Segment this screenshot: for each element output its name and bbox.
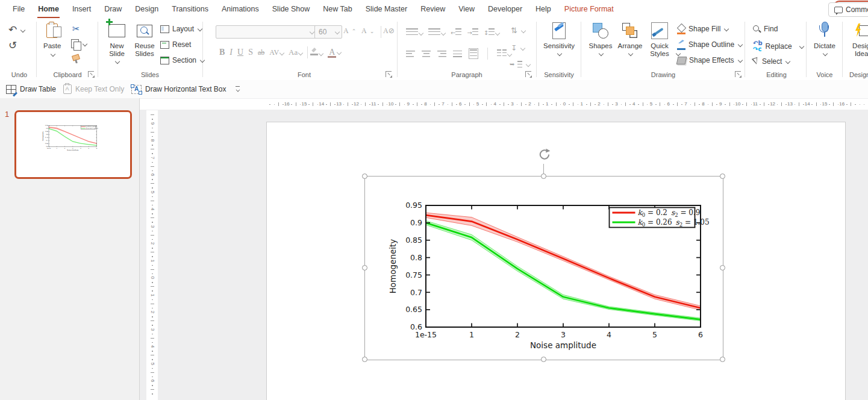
copy-button[interactable]	[71, 39, 87, 48]
section-icon	[160, 57, 169, 64]
reset-button[interactable]: Reset	[160, 40, 191, 49]
rotate-handle-icon[interactable]	[538, 148, 551, 161]
svg-text:0.9: 0.9	[46, 128, 48, 130]
strikethrough-button: ab	[255, 48, 267, 57]
new-slide-button[interactable]: New Slide	[104, 21, 130, 63]
selection-handle-w[interactable]	[362, 265, 367, 270]
tab-slide-show[interactable]: Slide Show	[266, 0, 317, 19]
quick-styles-label: Quick Styles	[646, 42, 673, 58]
draw-table-button[interactable]: Draw Table	[6, 80, 56, 98]
slides-group: New Slide Reuse Slides Layout Reset Sect…	[99, 19, 201, 80]
quick-styles-button[interactable]: Quick Styles	[646, 21, 673, 55]
tab-insert[interactable]: Insert	[66, 0, 98, 19]
shape-outline-button[interactable]: Shape Outline	[677, 40, 742, 49]
font-color-button: A	[328, 48, 336, 57]
reuse-slides-button[interactable]: Reuse Slides	[131, 21, 158, 58]
tab-help[interactable]: Help	[529, 0, 558, 19]
shapes-label: Shapes	[589, 42, 612, 50]
selection-bounding-box	[364, 176, 723, 360]
bullets-button	[406, 28, 423, 37]
reset-label: Reset	[172, 40, 191, 49]
shapes-button[interactable]: Shapes	[587, 21, 614, 55]
cut-button[interactable]: ✂	[72, 23, 80, 34]
tab-file[interactable]: File	[6, 0, 31, 19]
shapes-icon	[593, 23, 608, 39]
align-center-button	[422, 51, 431, 57]
layout-button[interactable]: Layout	[160, 25, 202, 33]
tab-draw[interactable]: Draw	[98, 0, 128, 19]
section-button[interactable]: Section	[160, 56, 204, 64]
paragraph-dialog-launcher[interactable]	[525, 71, 531, 77]
underline-button: U	[235, 48, 246, 57]
draw-horizontal-text-box-button[interactable]: Draw Horizontal Text Box	[131, 80, 226, 98]
bullets-icon	[406, 28, 418, 35]
arrange-button[interactable]: Arrange	[616, 21, 645, 55]
selection-handle-e[interactable]	[720, 265, 725, 270]
toolbar-overflow-button[interactable]	[235, 80, 241, 98]
tab-home[interactable]: Home	[31, 0, 66, 19]
tab-transitions[interactable]: Transitions	[165, 0, 215, 19]
change-case-label: Aa	[289, 48, 298, 57]
shape-outline-label: Shape Outline	[688, 40, 734, 49]
tab-developer[interactable]: Developer	[481, 0, 529, 19]
sensitivity-icon	[552, 22, 566, 39]
selection-handle-nw[interactable]	[362, 173, 367, 179]
shape-fill-button[interactable]: Shape Fill	[677, 25, 728, 33]
font-name-combobox	[216, 25, 317, 39]
selection-handle-se[interactable]	[720, 357, 725, 362]
numbering-button	[428, 28, 445, 37]
undo-icon: ↶	[8, 25, 17, 35]
format-painter-button[interactable]	[72, 55, 80, 63]
shape-effects-button[interactable]: Shape Effects	[677, 56, 742, 64]
font-dialog-launcher[interactable]	[386, 71, 392, 77]
font-group-label: Font	[212, 71, 396, 78]
find-button[interactable]: Find	[753, 25, 778, 33]
design-ideas-icon	[854, 23, 868, 38]
sensitivity-button[interactable]: Sensitivity	[540, 21, 578, 55]
sensitivity-group: Sensitivity Sensitivity	[537, 19, 581, 80]
layout-label: Layout	[172, 25, 194, 33]
select-icon	[753, 58, 759, 66]
find-label: Find	[764, 25, 778, 33]
dictate-button[interactable]: Dictate	[811, 21, 838, 55]
svg-text:0.75: 0.75	[45, 137, 48, 139]
redo-button[interactable]: ↺	[8, 40, 17, 51]
sensitivity-group-label: Sensitivity	[537, 71, 581, 78]
paragraph-group-label: Paragraph	[399, 71, 535, 78]
arrange-label: Arrange	[618, 42, 643, 50]
drawing-dialog-launcher[interactable]	[735, 71, 741, 77]
select-button[interactable]: Select	[753, 57, 790, 66]
drawing-group-label: Drawing	[582, 71, 745, 78]
tab-animations[interactable]: Animations	[215, 0, 266, 19]
comments-button[interactable]: Comments	[828, 2, 868, 17]
align-text-icon: ↧	[511, 44, 517, 52]
design-ideas-label: Design Ideas	[849, 42, 868, 58]
decrease-indent-button: ←	[451, 28, 461, 37]
undo-button[interactable]: ↶	[8, 25, 25, 35]
svg-text:0.8: 0.8	[46, 134, 48, 136]
selection-handle-n[interactable]	[541, 173, 546, 179]
convert-smartart-button: ➥	[510, 61, 530, 67]
selection-handle-ne[interactable]	[720, 173, 725, 179]
shape-fill-icon	[677, 25, 685, 33]
selection-handle-sw[interactable]	[362, 357, 367, 362]
tab-picture-format[interactable]: Picture Format	[558, 0, 620, 19]
clipboard-dialog-launcher[interactable]	[88, 71, 94, 77]
voice-group-label: Voice	[807, 71, 842, 78]
tab-view[interactable]: View	[452, 0, 481, 19]
tab-slide-master[interactable]: Slide Master	[359, 0, 414, 19]
replace-button[interactable]: ↶b↷cReplace	[753, 40, 804, 52]
tab-design[interactable]: Design	[128, 0, 165, 19]
font-group: 60 A⌃ A⌄ A⊘ B I U S ab AV Aa A Font	[212, 19, 396, 80]
tab-new-tab[interactable]: New Tab	[316, 0, 358, 19]
font-size-value: 60	[317, 28, 334, 36]
design-ideas-button[interactable]: Design Ideas	[847, 21, 868, 58]
tab-review[interactable]: Review	[414, 0, 452, 19]
comment-icon	[834, 7, 843, 13]
columns-button	[497, 49, 511, 58]
thumbnail-chart-svg: 0.60.650.70.750.80.850.90.951e-15123456N…	[42, 125, 102, 152]
slide-thumbnail[interactable]: 0.60.650.70.750.80.850.90.951e-15123456N…	[14, 110, 132, 179]
paste-button[interactable]: Paste	[43, 21, 61, 56]
svg-text:0.85: 0.85	[45, 131, 48, 133]
selection-handle-s[interactable]	[541, 357, 546, 362]
